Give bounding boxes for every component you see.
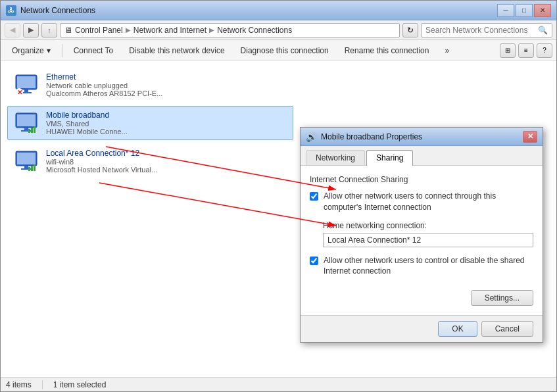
breadcrumb: 🖥 Control Panel ▶ Network and Internet ▶…: [60, 23, 400, 37]
dialog-overlay: 🔊 Mobile broadband Properties ✕ Networki…: [1, 61, 556, 377]
dialog-title: Mobile broadband Properties: [321, 132, 422, 141]
help-button[interactable]: ?: [537, 43, 552, 58]
disable-button[interactable]: Disable this network device: [122, 42, 231, 59]
tab-sharing[interactable]: Sharing: [366, 150, 413, 166]
view-details-button[interactable]: ≡: [518, 43, 534, 58]
organize-chevron: ▾: [47, 46, 51, 55]
allow-control-label: Allow other network users to control or …: [324, 255, 533, 278]
dialog-icon: 🔊: [306, 132, 317, 142]
dialog-footer: OK Cancel: [301, 315, 543, 342]
home-network-section: Home networking connection:: [323, 221, 533, 247]
main-window: 🖧 Network Connections ─ □ ✕ ◀ ▶ ↑ 🖥 Cont…: [0, 0, 557, 392]
organize-label: Organize: [12, 46, 44, 55]
allow-control-row: Allow other network users to control or …: [310, 255, 533, 278]
refresh-button[interactable]: ↻: [402, 23, 418, 37]
organize-button[interactable]: Organize ▾: [5, 42, 58, 59]
content-area: ✕ Ethernet Network cable unplugged Qualc…: [1, 61, 556, 377]
toolbar: Organize ▾ Connect To Disable this netwo…: [1, 40, 556, 61]
allow-sharing-checkbox[interactable]: [310, 192, 318, 201]
status-separator: [42, 380, 43, 389]
close-button[interactable]: ✕: [534, 4, 551, 17]
title-bar: 🖧 Network Connections ─ □ ✕: [1, 1, 556, 20]
up-button[interactable]: ↑: [41, 23, 57, 37]
disable-label: Disable this network device: [129, 46, 224, 55]
breadcrumb-sep2: ▶: [209, 26, 214, 34]
window-icon: 🖧: [6, 5, 16, 16]
more-options-button[interactable]: »: [437, 42, 456, 59]
breadcrumb-network-connections[interactable]: Network Connections: [217, 26, 292, 35]
connect-to-label: Connect To: [74, 46, 114, 55]
allow-sharing-label: Allow other network users to connect thr…: [324, 191, 533, 213]
breadcrumb-sep1: ▶: [126, 26, 131, 34]
minimize-button[interactable]: ─: [497, 4, 514, 17]
title-bar-left: 🖧 Network Connections: [6, 5, 95, 16]
toolbar-separator-1: [62, 44, 62, 57]
maximize-button[interactable]: □: [516, 4, 533, 17]
selected-count: 1 item selected: [53, 380, 107, 389]
search-icon: 🔍: [538, 26, 548, 35]
more-label: »: [445, 46, 449, 55]
items-count: 4 items: [6, 380, 32, 389]
tab-networking[interactable]: Networking: [306, 150, 365, 165]
search-box[interactable]: 🔍: [421, 23, 552, 37]
home-network-label: Home networking connection:: [323, 221, 533, 230]
dialog-tabs: Networking Sharing: [301, 146, 543, 166]
cancel-button[interactable]: Cancel: [481, 321, 533, 337]
settings-button[interactable]: Settings...: [471, 290, 533, 306]
settings-row: Settings...: [310, 290, 533, 306]
breadcrumb-control-panel[interactable]: Control Panel: [75, 26, 123, 35]
breadcrumb-network-internet[interactable]: Network and Internet: [133, 26, 206, 35]
search-input[interactable]: [425, 26, 535, 35]
diagnose-button[interactable]: Diagnose this connection: [233, 42, 336, 59]
forward-button[interactable]: ▶: [23, 23, 39, 37]
status-bar: 4 items 1 item selected: [1, 377, 556, 391]
dialog-content: Internet Connection Sharing Allow other …: [301, 166, 543, 315]
title-bar-controls: ─ □ ✕: [497, 4, 551, 17]
back-button[interactable]: ◀: [5, 23, 20, 37]
allow-control-checkbox[interactable]: [310, 257, 318, 265]
toolbar-right: ⊞ ≡ ?: [500, 43, 552, 58]
connect-to-button[interactable]: Connect To: [66, 42, 121, 59]
section-title: Internet Connection Sharing: [310, 175, 533, 184]
dialog-close-button[interactable]: ✕: [523, 131, 537, 143]
ok-button[interactable]: OK: [438, 321, 477, 337]
breadcrumb-icon: 🖥: [64, 26, 72, 35]
diagnose-label: Diagnose this connection: [241, 46, 329, 55]
dialog-title-left: 🔊 Mobile broadband Properties: [306, 132, 422, 142]
dialog-title-bar: 🔊 Mobile broadband Properties ✕: [301, 128, 543, 146]
rename-label: Rename this connection: [345, 46, 429, 55]
view-columns-button[interactable]: ⊞: [500, 43, 516, 58]
rename-button[interactable]: Rename this connection: [337, 42, 437, 59]
allow-sharing-row: Allow other network users to connect thr…: [310, 191, 533, 213]
home-network-input[interactable]: [323, 233, 533, 247]
window-title: Network Connections: [20, 6, 95, 15]
properties-dialog: 🔊 Mobile broadband Properties ✕ Networki…: [300, 127, 543, 343]
address-bar: ◀ ▶ ↑ 🖥 Control Panel ▶ Network and Inte…: [1, 20, 556, 40]
